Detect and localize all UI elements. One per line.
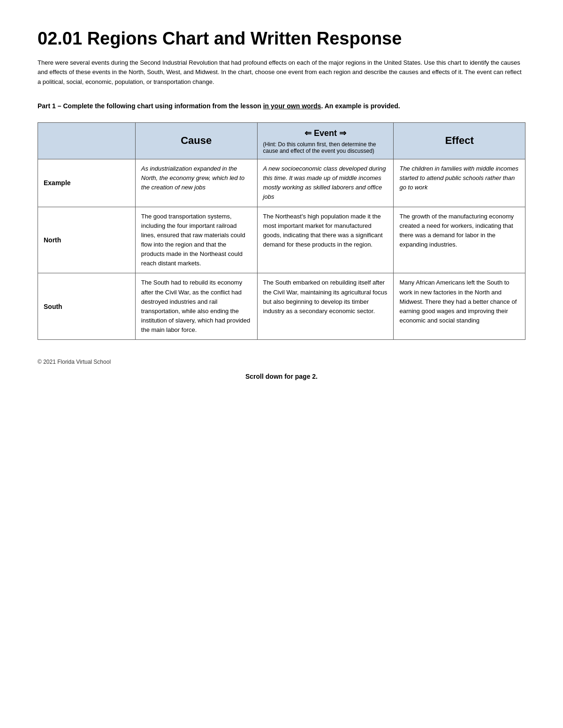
row-label-south: South xyxy=(38,273,136,340)
table-row: SouthThe South had to rebuild its econom… xyxy=(38,273,525,340)
row-cause-north: The good transportation systems, includi… xyxy=(135,207,257,273)
part-heading-text-2: . An example is provided. xyxy=(321,102,400,110)
regions-chart: Cause ⇐ Event ⇒ (Hint: Do this column fi… xyxy=(38,122,525,340)
effect-header-text: Effect xyxy=(445,135,474,146)
footer-text: © 2021 Florida Virtual School xyxy=(38,359,111,365)
event-hint-text: (Hint: Do this column first, then determ… xyxy=(263,141,388,154)
part-heading-underline: in your own words xyxy=(263,102,321,110)
cause-header-text: Cause xyxy=(181,135,212,146)
part-heading: Part 1 – Complete the following chart us… xyxy=(38,101,525,111)
header-event-cell: ⇐ Event ⇒ (Hint: Do this column first, t… xyxy=(257,122,394,159)
row-cause-example: As industrialization expanded in the Nor… xyxy=(135,159,257,207)
row-effect-south: Many African Americans left the South to… xyxy=(394,273,525,340)
header-label-cell xyxy=(38,122,136,159)
row-label-north: North xyxy=(38,207,136,273)
event-header-text: ⇐ Event ⇒ xyxy=(304,128,346,138)
header-effect-cell: Effect xyxy=(394,122,525,159)
row-event-south: The South embarked on rebuilding itself … xyxy=(257,273,394,340)
row-effect-north: The growth of the manufacturing economy … xyxy=(394,207,525,273)
table-header-row: Cause ⇐ Event ⇒ (Hint: Do this column fi… xyxy=(38,122,525,159)
row-event-example: A new socioeconomic class developed duri… xyxy=(257,159,394,207)
intro-paragraph: There were several events during the Sec… xyxy=(38,58,525,87)
row-label-example: Example xyxy=(38,159,136,207)
row-cause-south: The South had to rebuild its economy aft… xyxy=(135,273,257,340)
page-title: 02.01 Regions Chart and Written Response xyxy=(38,28,525,50)
header-cause-cell: Cause xyxy=(135,122,257,159)
footer: © 2021 Florida Virtual School xyxy=(38,359,525,365)
table-row: NorthThe good transportation systems, in… xyxy=(38,207,525,273)
part-heading-text-1: Part 1 – Complete the following chart us… xyxy=(38,102,263,110)
row-effect-example: The children in families with middle inc… xyxy=(394,159,525,207)
table-row: ExampleAs industrialization expanded in … xyxy=(38,159,525,207)
table-body: ExampleAs industrialization expanded in … xyxy=(38,159,525,339)
row-event-north: The Northeast's high population made it … xyxy=(257,207,394,273)
scroll-note: Scroll down for page 2. xyxy=(38,373,525,380)
